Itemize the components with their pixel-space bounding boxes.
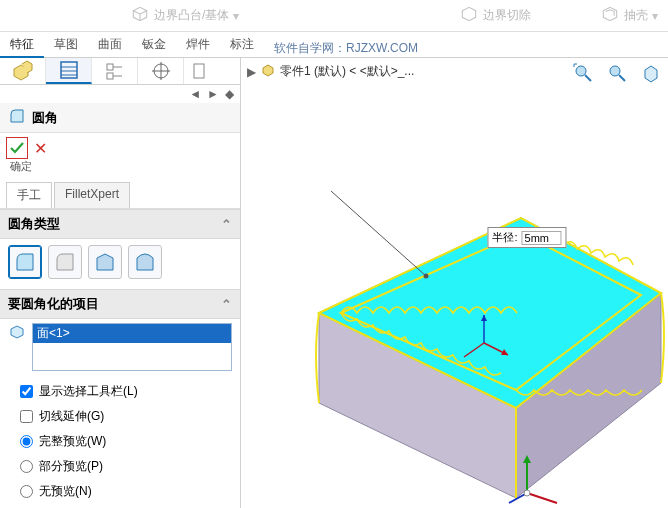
tab-sketch[interactable]: 草图 bbox=[44, 32, 88, 57]
feature-title: 圆角 bbox=[32, 109, 58, 127]
view-triad bbox=[505, 445, 565, 508]
fillet-type-heading: 圆角类型 bbox=[8, 215, 60, 233]
watermark-link[interactable]: 软件自学网：RJZXW.COM bbox=[274, 40, 418, 57]
property-panel: ◄ ► ◆ 圆角 ✕ 确定 手工 FilletXpert 圆角类型 ⌃ bbox=[0, 58, 241, 508]
nav-fwd-icon[interactable]: ► bbox=[207, 87, 219, 101]
tab-annotate[interactable]: 标注 bbox=[220, 32, 264, 57]
ok-label: 确定 bbox=[0, 159, 240, 180]
ribbon-boundary-cut[interactable]: 边界切除 bbox=[449, 0, 541, 31]
tab-sheetmetal[interactable]: 钣金 bbox=[132, 32, 176, 57]
panel-tab-assembly[interactable] bbox=[0, 58, 46, 84]
tab-surfaces[interactable]: 曲面 bbox=[88, 32, 132, 57]
tab-weldments[interactable]: 焊件 bbox=[176, 32, 220, 57]
fillet-feature-icon bbox=[8, 107, 26, 128]
fillet-type-face[interactable] bbox=[88, 245, 122, 279]
cube-icon bbox=[130, 5, 150, 26]
shell-icon bbox=[600, 5, 620, 26]
radio[interactable] bbox=[20, 485, 33, 498]
nav-back-icon[interactable]: ◄ bbox=[189, 87, 201, 101]
list-item[interactable]: 面<1> bbox=[33, 324, 231, 343]
svg-rect-0 bbox=[61, 62, 77, 78]
panel-tab-property[interactable] bbox=[46, 58, 92, 84]
opt-tangent[interactable]: 切线延伸(G) bbox=[20, 408, 220, 425]
cube-cut-icon bbox=[459, 5, 479, 26]
chevron-down-icon: ▾ bbox=[233, 9, 239, 23]
ribbon-boundary-boss[interactable]: 边界凸台/基体 ▾ bbox=[120, 0, 249, 31]
panel-tab-more[interactable] bbox=[184, 58, 240, 84]
ok-button[interactable] bbox=[6, 137, 28, 159]
checkbox[interactable] bbox=[20, 385, 33, 398]
opt-full-preview[interactable]: 完整预览(W) bbox=[20, 433, 220, 450]
opt-partial-preview[interactable]: 部分预览(P) bbox=[20, 458, 220, 475]
panel-tab-config[interactable] bbox=[92, 58, 138, 84]
svg-line-31 bbox=[527, 493, 557, 503]
nav-pin-icon[interactable]: ◆ bbox=[225, 87, 234, 101]
checkbox[interactable] bbox=[20, 410, 33, 423]
radius-input[interactable] bbox=[522, 231, 562, 245]
face-selection-icon bbox=[8, 323, 26, 344]
svg-point-33 bbox=[524, 490, 530, 496]
collapse-icon[interactable]: ⌃ bbox=[221, 217, 232, 232]
svg-rect-5 bbox=[107, 73, 113, 79]
svg-rect-4 bbox=[107, 64, 113, 70]
collapse-icon[interactable]: ⌃ bbox=[221, 297, 232, 312]
radius-callout[interactable]: 半径: bbox=[487, 227, 566, 248]
ribbon-shell[interactable]: 抽壳 ▾ bbox=[590, 0, 668, 31]
chevron-down-icon: ▾ bbox=[652, 9, 658, 23]
fillet-type-full[interactable] bbox=[128, 245, 162, 279]
cancel-button[interactable]: ✕ bbox=[30, 139, 51, 158]
selection-list[interactable]: 面<1> bbox=[32, 323, 232, 371]
items-heading: 要圆角化的项目 bbox=[8, 295, 99, 313]
opt-show-toolbar[interactable]: 显示选择工具栏(L) bbox=[20, 383, 220, 400]
fillet-type-variable[interactable] bbox=[48, 245, 82, 279]
panel-tab-dim[interactable] bbox=[138, 58, 184, 84]
opt-no-preview[interactable]: 无预览(N) bbox=[20, 483, 220, 500]
svg-point-28 bbox=[424, 274, 429, 279]
subtab-filletxpert[interactable]: FilletXpert bbox=[54, 182, 130, 208]
fillet-type-constant[interactable] bbox=[8, 245, 42, 279]
radio[interactable] bbox=[20, 435, 33, 448]
radio[interactable] bbox=[20, 460, 33, 473]
svg-rect-11 bbox=[194, 64, 204, 78]
radius-label: 半径: bbox=[492, 230, 517, 245]
viewport[interactable]: ▶ 零件1 (默认) < <默认>_... bbox=[241, 58, 668, 508]
svg-marker-30 bbox=[523, 455, 531, 463]
tab-features[interactable]: 特征 bbox=[0, 32, 44, 57]
svg-line-27 bbox=[331, 191, 426, 276]
subtab-manual[interactable]: 手工 bbox=[6, 182, 52, 208]
